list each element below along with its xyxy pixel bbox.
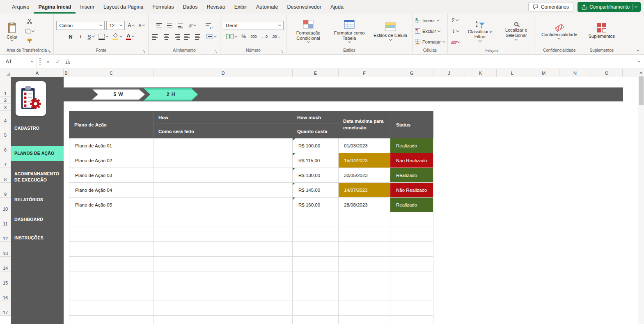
row-header-6[interactable]: 6: [0, 138, 11, 153]
decrease-indent-button[interactable]: [183, 32, 192, 41]
fill-color-dropdown-icon[interactable]: [119, 34, 122, 37]
menu-tab-arquivo[interactable]: Arquivo: [7, 0, 34, 14]
format-painter-button[interactable]: [24, 37, 35, 46]
header-how-top[interactable]: How: [154, 111, 293, 124]
deadline-cell[interactable]: 28/08/2023: [339, 198, 390, 212]
empty-cell[interactable]: [293, 242, 339, 257]
font-dialog-launcher[interactable]: [142, 50, 146, 53]
conditional-formatting-button[interactable]: Formatação Condicional: [289, 18, 328, 44]
orientation-dropdown-icon[interactable]: [193, 23, 196, 26]
format-cells-dropdown-icon[interactable]: [442, 39, 445, 42]
empty-cell[interactable]: [154, 286, 293, 301]
column-header-k[interactable]: K: [465, 69, 497, 77]
sensitivity-button[interactable]: Confidencialidade: [539, 22, 580, 41]
row-header-9[interactable]: 9: [0, 183, 11, 198]
empty-cell[interactable]: [339, 301, 390, 316]
autosum-dropdown-icon[interactable]: [456, 18, 458, 21]
merge-dropdown-icon[interactable]: [214, 34, 217, 37]
menu-tab-layout[interactable]: Layout da Página: [99, 0, 148, 14]
plan-cell[interactable]: Plano de Ação 01: [69, 138, 154, 153]
empty-cell[interactable]: [390, 227, 433, 242]
empty-cell[interactable]: [69, 227, 154, 242]
empty-cell[interactable]: [390, 301, 433, 316]
addins-button[interactable]: Suplementos: [587, 22, 617, 40]
copy-button[interactable]: [24, 27, 35, 36]
empty-cell[interactable]: [293, 286, 339, 301]
orientation-button[interactable]: ab: [187, 21, 197, 30]
empty-cell[interactable]: [69, 242, 154, 257]
accounting-dropdown-icon[interactable]: [234, 34, 237, 37]
empty-cell[interactable]: [339, 316, 390, 324]
wrap-text-button[interactable]: [204, 21, 213, 30]
column-header-e[interactable]: E: [293, 69, 339, 77]
sidebar-item-instrucoes[interactable]: INSTRUÇÕES: [11, 235, 64, 241]
column-header-l[interactable]: L: [497, 69, 528, 77]
empty-cell[interactable]: [154, 316, 293, 324]
cut-button[interactable]: [24, 17, 35, 26]
thousands-separator-button[interactable]: 000: [250, 32, 258, 41]
column-header-m[interactable]: M: [528, 69, 559, 77]
empty-cell[interactable]: [390, 316, 433, 324]
underline-dropdown-icon[interactable]: [92, 34, 95, 37]
sort-filter-button[interactable]: AZ Classificar e Filtrar: [463, 20, 497, 43]
plan-cell[interactable]: Plano de Ação 05: [69, 198, 154, 212]
font-color-dropdown-icon[interactable]: [132, 34, 135, 37]
row-header-11[interactable]: 11: [0, 212, 11, 227]
percent-button[interactable]: %: [240, 32, 248, 41]
menu-tab-dados[interactable]: Dados: [178, 0, 202, 14]
paste-button[interactable]: Colar: [2, 21, 21, 42]
borders-button[interactable]: [97, 32, 109, 41]
clipboard-dialog-launcher[interactable]: [48, 50, 51, 53]
status-cell[interactable]: Realizado: [390, 198, 433, 212]
vertical-scrollbar[interactable]: [638, 69, 644, 324]
column-header-g[interactable]: G: [390, 69, 433, 77]
formula-input[interactable]: [73, 55, 633, 69]
accounting-format-button[interactable]: $: [225, 32, 238, 41]
empty-cell[interactable]: [154, 271, 293, 286]
empty-cell[interactable]: [390, 257, 433, 271]
row-header-4[interactable]: 4: [0, 111, 11, 124]
delete-cells-dropdown-icon[interactable]: [438, 29, 440, 32]
empty-cell[interactable]: [154, 227, 293, 242]
menu-tab-inserir[interactable]: Inserir: [76, 0, 99, 14]
find-select-dropdown-icon[interactable]: [515, 38, 518, 41]
empty-cell[interactable]: [339, 271, 390, 286]
name-box[interactable]: A1: [0, 55, 37, 69]
increase-decimal-button[interactable]: ←.0: [260, 32, 269, 41]
column-header-c[interactable]: C: [69, 69, 154, 77]
number-dialog-launcher[interactable]: [280, 50, 284, 53]
decrease-decimal-button[interactable]: .00→: [270, 32, 282, 41]
fill-dropdown-icon[interactable]: [456, 29, 459, 32]
increase-font-button[interactable]: A: [126, 21, 135, 30]
empty-cell[interactable]: [339, 212, 390, 227]
delete-cells-button[interactable]: Excluir: [415, 27, 440, 35]
cell-styles-dropdown-icon[interactable]: [389, 38, 392, 41]
how-cell[interactable]: [154, 153, 293, 168]
status-cell[interactable]: Realizado: [390, 138, 433, 153]
how-cell[interactable]: [154, 183, 293, 198]
font-size-dropdown-icon[interactable]: [119, 23, 122, 26]
header-plan[interactable]: Plano de Ação: [69, 111, 154, 138]
scroll-up-button[interactable]: [638, 69, 644, 76]
clear-dropdown-icon[interactable]: [457, 40, 460, 43]
how-cell[interactable]: [154, 198, 293, 212]
sidebar-item-relatorios[interactable]: RELATÓRIOS: [11, 197, 64, 203]
row-header-15[interactable]: 15: [0, 271, 11, 286]
merge-center-button[interactable]: [205, 32, 218, 41]
conditional-formatting-dropdown-icon[interactable]: [307, 40, 310, 43]
empty-cell[interactable]: [154, 212, 293, 227]
formula-bar-handle[interactable]: [39, 58, 41, 65]
autosum-button[interactable]: Σ: [450, 16, 459, 25]
increase-indent-button[interactable]: [194, 32, 203, 41]
cost-cell[interactable]: R$ 100,00: [293, 138, 339, 153]
empty-cell[interactable]: [69, 301, 154, 316]
italic-button[interactable]: I: [76, 32, 85, 41]
how-cell[interactable]: [154, 138, 293, 153]
empty-cell[interactable]: [293, 316, 339, 324]
copy-dropdown-icon[interactable]: [32, 29, 34, 32]
menu-tab-ajuda[interactable]: Ajuda: [326, 0, 348, 14]
menu-tab-formulas[interactable]: Fórmulas: [148, 0, 178, 14]
row-header-1[interactable]: 1: [0, 77, 11, 97]
empty-cell[interactable]: [390, 212, 433, 227]
sort-filter-dropdown-icon[interactable]: [479, 39, 481, 42]
